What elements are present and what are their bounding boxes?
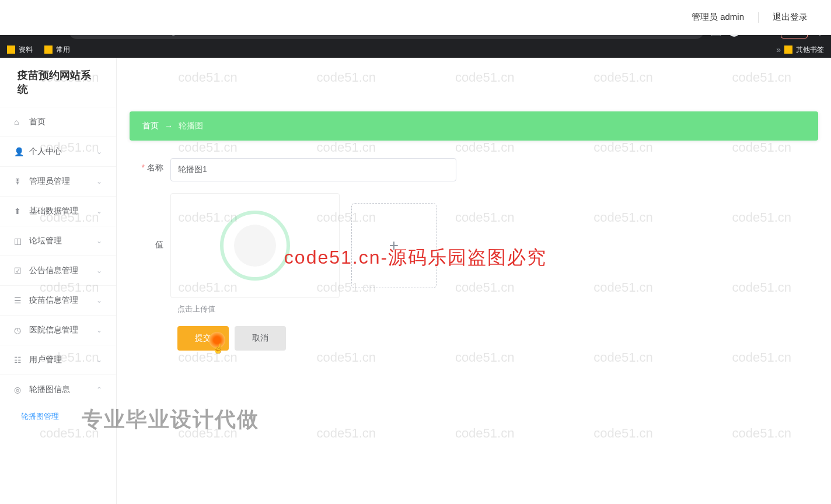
sidebar-label: 公告信息管理 [29,265,78,276]
sidebar-item-basedata[interactable]: ⬆基础数据管理⌄ [0,196,116,226]
sidebar-label: 基础数据管理 [29,206,78,216]
chevron-down-icon: ⌄ [96,356,102,364]
check-icon: ☑ [14,266,23,275]
sidebar-label: 管理员管理 [29,176,70,187]
card-icon: ☷ [14,355,23,365]
sidebar-item-notice[interactable]: ☑公告信息管理⌄ [0,256,116,285]
crop-icon: ◫ [14,236,23,246]
upload-preview [170,193,340,298]
chevron-down-icon: ⌄ [96,207,102,215]
sidebar-label: 论坛管理 [29,236,62,246]
chevron-right-icon[interactable]: » [776,45,781,54]
main-content: 首页 → 轮播图 *名称 值 + 点击上传值 提交 [117,58,831,504]
breadcrumb-current: 轮播图 [179,121,203,131]
form-buttons: 提交 ☝ 取消 [177,326,818,351]
upload-hint: 点击上传值 [177,304,818,314]
breadcrumb-sep: → [165,121,173,131]
app-title: 疫苗预约网站系统 [0,58,116,107]
form-label-value: 值 [130,193,170,250]
user-icon: 👤 [14,147,23,156]
sidebar-item-profile[interactable]: 👤个人中心⌄ [0,136,116,166]
sidebar-label: 首页 [29,117,46,127]
label-text: 名称 [147,163,163,172]
sidebar: 疫苗预约网站系统 ⌂首页 👤个人中心⌄ 🎙管理员管理⌄ ⬆基础数据管理⌄ ◫论坛… [0,58,117,504]
preview-image [220,211,290,281]
sidebar-item-forum[interactable]: ◫论坛管理⌄ [0,226,116,256]
upload-add-button[interactable]: + [351,203,437,288]
sidebar-item-users[interactable]: ☷用户管理⌄ [0,345,116,374]
bookmark-item[interactable]: 资料 [7,45,33,55]
breadcrumb-home[interactable]: 首页 [142,121,159,131]
bookmark-label: 资料 [19,45,33,55]
breadcrumb: 首页 → 轮播图 [130,111,818,141]
sidebar-item-admin[interactable]: 🎙管理员管理⌄ [0,166,116,196]
mic-icon: 🎙 [14,177,23,186]
submit-button[interactable]: 提交 ☝ [177,326,229,351]
sidebar-item-hospital[interactable]: ◷医院信息管理⌄ [0,315,116,345]
list-icon: ☰ [14,296,23,305]
chevron-down-icon: ⌄ [96,267,102,275]
cancel-button[interactable]: 取消 [235,326,286,351]
bookmark-item[interactable]: 常用 [44,45,70,55]
sidebar-item-carousel[interactable]: ◎轮播图信息⌃ [0,374,116,404]
chevron-down-icon: ⌄ [96,296,102,304]
home-icon: ⌂ [14,117,23,127]
app-topbar: 管理员 admin 退出登录 [0,0,831,35]
form-row-value: 值 + [130,193,818,298]
sidebar-label: 疫苗信息管理 [29,295,78,306]
sidebar-item-vaccine[interactable]: ☰疫苗信息管理⌄ [0,285,116,315]
cursor-icon: ☝ [212,343,224,354]
chevron-down-icon: ⌄ [96,237,102,245]
logout-link[interactable]: 退出登录 [773,12,808,23]
bookmarks-bar: 资料 常用 » 其他书签 [0,41,831,58]
divider [758,12,759,23]
form-row-name: *名称 [130,158,818,181]
clock-icon: ◷ [14,326,23,335]
image-icon: ◎ [14,385,23,394]
config-form: *名称 值 + 点击上传值 提交 ☝ 取消 [130,158,818,351]
sidebar-label: 个人中心 [29,146,62,157]
bookmark-label: 常用 [56,45,70,55]
name-input[interactable] [170,158,456,181]
bookmark-label: 其他书签 [796,45,824,55]
form-label-name: *名称 [130,158,170,173]
chevron-down-icon: ⌄ [96,148,102,156]
folder-icon [7,46,15,54]
sidebar-label: 轮播图信息 [29,384,70,395]
chevron-up-icon: ⌃ [96,386,102,394]
chevron-down-icon: ⌄ [96,326,102,334]
folder-icon [784,46,792,54]
upload-area: + [170,193,437,298]
bookmark-other[interactable]: 其他书签 [784,45,824,55]
sidebar-label: 用户管理 [29,355,62,365]
chevron-down-icon: ⌄ [96,177,102,186]
sidebar-subitem-carousel-mgmt[interactable]: 轮播图管理 [0,404,116,429]
sidebar-item-home[interactable]: ⌂首页 [0,107,116,136]
sidebar-label: 医院信息管理 [29,325,78,335]
app-body: 疫苗预约网站系统 ⌂首页 👤个人中心⌄ 🎙管理员管理⌄ ⬆基础数据管理⌄ ◫论坛… [0,58,831,504]
user-role: 管理员 admin [692,12,744,23]
folder-icon [44,46,53,54]
upload-icon: ⬆ [14,206,23,216]
